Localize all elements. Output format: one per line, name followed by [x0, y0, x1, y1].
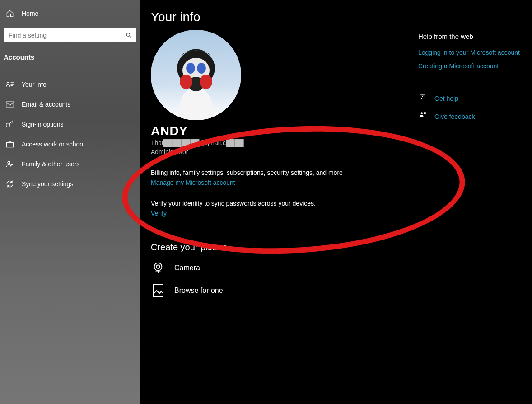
username: ANDY: [151, 124, 532, 138]
help-icon: [418, 93, 427, 102]
sidebar-item-label: Email & accounts: [22, 101, 70, 108]
svg-point-14: [154, 263, 162, 271]
avatar: [151, 30, 241, 120]
get-help-row[interactable]: Get help: [418, 92, 523, 102]
sidebar-item-sync[interactable]: Sync your settings: [4, 174, 136, 194]
person-card-icon: [5, 80, 14, 89]
sync-icon: [5, 179, 14, 188]
sidebar-nav-list: Your info Email & accounts Sign-in optio…: [4, 75, 136, 194]
svg-point-13: [200, 75, 212, 89]
sidebar-item-signin-options[interactable]: Sign-in options: [4, 114, 136, 134]
verify-link[interactable]: Verify: [151, 210, 167, 217]
main-content: Your info: [140, 0, 532, 404]
sidebar-item-label: Sign-in options: [22, 121, 64, 128]
help-from-web-title: Help from the web: [418, 33, 523, 40]
sidebar-item-label: Access work or school: [22, 141, 84, 148]
svg-point-15: [156, 265, 160, 268]
browse-icon: [151, 283, 165, 298]
key-icon: [5, 120, 14, 129]
browse-option[interactable]: Browse for one: [151, 283, 532, 298]
nav-home[interactable]: Home: [4, 4, 136, 23]
sidebar-item-label: Your info: [22, 81, 47, 88]
verify-text: Verify your identity to sync passwords a…: [151, 200, 532, 207]
settings-sidebar: Home Accounts Your info: [0, 0, 140, 404]
help-link-create[interactable]: Creating a Microsoft account: [418, 62, 523, 71]
svg-point-0: [126, 33, 130, 36]
camera-option[interactable]: Camera: [151, 261, 532, 275]
svg-point-10: [197, 63, 206, 74]
user-role: Administrator: [151, 148, 532, 155]
nav-home-label: Home: [22, 10, 38, 17]
sidebar-item-email-accounts[interactable]: Email & accounts: [4, 94, 136, 114]
manage-account-link[interactable]: Manage my Microsoft account: [151, 179, 235, 186]
page-title: Your info: [151, 10, 532, 24]
svg-point-5: [8, 161, 10, 164]
sidebar-item-family[interactable]: Family & other users: [4, 154, 136, 174]
user-email: That████████@gmail.c████: [151, 139, 532, 146]
search-icon: [126, 32, 132, 38]
svg-point-18: [421, 112, 423, 114]
sidebar-item-label: Family & other users: [22, 160, 79, 168]
sidebar-item-access-work[interactable]: Access work or school: [4, 134, 136, 154]
sidebar-item-label: Sync your settings: [22, 180, 73, 188]
svg-point-9: [186, 63, 195, 74]
sidebar-section-title: Accounts: [4, 51, 136, 69]
svg-point-1: [7, 82, 9, 85]
get-help-link[interactable]: Get help: [434, 95, 458, 102]
help-link-login[interactable]: Logging in to your Microsoft account: [418, 48, 523, 57]
camera-label: Camera: [174, 264, 200, 272]
billing-info-text: Billing info, family settings, subscript…: [151, 169, 532, 176]
create-picture-heading: Create your picture: [151, 242, 532, 253]
billing-info-block: Billing info, family settings, subscript…: [151, 169, 532, 186]
svg-point-12: [180, 75, 192, 89]
search-container: [4, 28, 136, 42]
camera-icon: [151, 261, 165, 275]
verify-block: Verify your identity to sync passwords a…: [151, 200, 532, 217]
browse-label: Browse for one: [174, 287, 223, 295]
feedback-icon: [418, 111, 427, 120]
svg-rect-4: [7, 143, 14, 147]
help-panel: Help from the web Logging in to your Mic…: [418, 33, 523, 120]
feedback-link[interactable]: Give feedback: [434, 113, 475, 120]
feedback-row[interactable]: Give feedback: [418, 110, 523, 120]
svg-rect-16: [153, 284, 163, 297]
svg-rect-2: [6, 102, 14, 107]
mail-icon: [5, 100, 14, 109]
home-icon: [5, 9, 14, 18]
sidebar-item-your-info[interactable]: Your info: [4, 75, 136, 94]
briefcase-icon: [5, 140, 14, 149]
people-icon: [5, 160, 14, 169]
search-input[interactable]: [4, 28, 136, 42]
